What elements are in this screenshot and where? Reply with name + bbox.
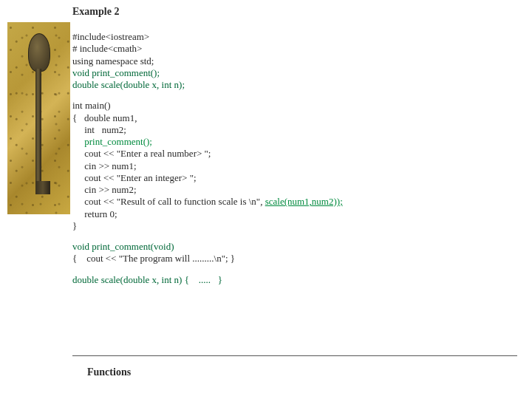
code-text: cout << "Result of call to function scal… — [72, 196, 265, 207]
slide-footer: Functions — [72, 355, 517, 378]
code-line: # include<cmath> — [72, 43, 517, 55]
code-line: } — [72, 220, 517, 232]
code-line: int main() — [72, 100, 517, 112]
decorative-key-image — [7, 22, 70, 214]
footer-label: Functions — [87, 366, 517, 378]
code-includes-block: #include<iostream> # include<cmath> usin… — [72, 31, 517, 91]
code-line-definition: void print_comment(void) — [72, 241, 517, 253]
code-line-call: print_comment(); — [72, 136, 517, 148]
code-line: cin >> num2; — [72, 184, 517, 196]
code-line-prototype: void print_comment(); — [72, 67, 517, 79]
code-line: cout << "Enter a real number> "; — [72, 148, 517, 160]
code-line: using namespace std; — [72, 55, 517, 67]
code-line: int num2; — [72, 124, 517, 136]
slide-content: Example 2 #include<iostream> # include<c… — [72, 6, 517, 295]
code-line-mixed: cout << "Result of call to function scal… — [72, 196, 517, 208]
code-main-block: int main() { double num1, int num2; prin… — [72, 100, 517, 232]
code-call-inline: scale(num1,num2)); — [265, 196, 343, 207]
slide-title: Example 2 — [72, 6, 517, 18]
code-line-definition: double scale(double x, int n) { ..... } — [72, 274, 517, 286]
key-illustration — [28, 33, 49, 203]
code-line: return 0; — [72, 208, 517, 220]
code-line: #include<iostream> — [72, 31, 517, 43]
code-line: { cout << "The program will .........\n"… — [72, 253, 517, 265]
footer-divider — [72, 355, 517, 356]
code-line-prototype: double scale(double x, int n); — [72, 79, 517, 91]
code-line: cin >> num1; — [72, 160, 517, 172]
code-scale-block: double scale(double x, int n) { ..... } — [72, 274, 517, 286]
code-print-comment-block: void print_comment(void) { cout << "The … — [72, 241, 517, 265]
code-line: cout << "Enter an integer> "; — [72, 172, 517, 184]
code-line: { double num1, — [72, 112, 517, 124]
